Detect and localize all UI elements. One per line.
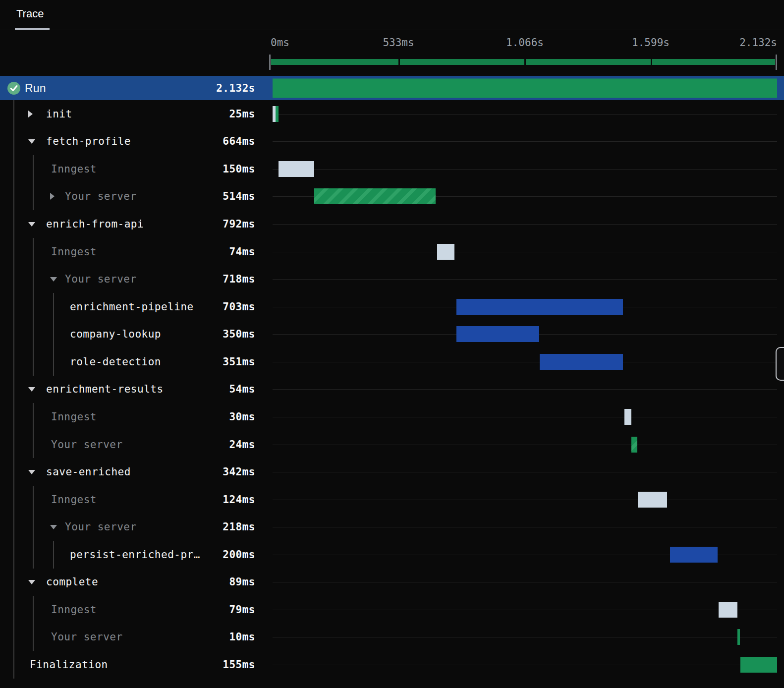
row-timeline-track — [269, 100, 777, 128]
trace-row-your-server[interactable]: Your server718ms — [0, 265, 784, 293]
row-left-panel: persist-enriched-pr…200ms — [0, 541, 269, 569]
row-duration: 124ms — [223, 494, 255, 506]
status-check-icon — [7, 81, 21, 95]
trace-row-your-server[interactable]: Your server218ms — [0, 513, 784, 541]
span-bar-light[interactable] — [279, 161, 314, 177]
row-timeline-track — [269, 569, 777, 596]
row-duration: 350ms — [223, 328, 255, 340]
row-duration: 24ms — [229, 439, 255, 451]
row-timeline-track — [269, 155, 777, 183]
row-duration: 218ms — [223, 521, 255, 533]
tab-bar: Trace — [0, 0, 784, 30]
trace-row-company-lookup[interactable]: company-lookup350ms — [0, 321, 784, 348]
timeline-minimap[interactable] — [271, 59, 775, 65]
trace-row-fetch-profile[interactable]: fetch-profile664ms — [0, 128, 784, 156]
span-bar-blue[interactable] — [456, 299, 623, 315]
tab-trace[interactable]: Trace — [16, 7, 44, 20]
trace-row-enrichment-pipeline[interactable]: enrichment-pipeline703ms — [0, 293, 784, 321]
span-bar-green[interactable] — [737, 629, 740, 645]
timeline-header: 0ms533ms1.066s1.599s2.132s — [0, 30, 784, 74]
row-timeline-track — [269, 76, 777, 100]
chevron-down-icon[interactable] — [28, 470, 35, 474]
row-duration: 703ms — [223, 301, 255, 313]
chevron-down-icon[interactable] — [28, 387, 35, 392]
row-left-panel: enrich-from-api792ms — [0, 210, 269, 238]
row-left-panel: role-detection351ms — [0, 348, 269, 376]
row-duration: 10ms — [229, 631, 255, 643]
trace-row-inngest[interactable]: Inngest30ms — [0, 403, 784, 431]
side-panel-peek-handle[interactable] — [776, 347, 784, 381]
trace-row-complete[interactable]: complete89ms — [0, 569, 784, 596]
trace-row-role-detection[interactable]: role-detection351ms — [0, 348, 784, 376]
trace-row-save-enriched[interactable]: save-enriched342ms — [0, 458, 784, 486]
tick-label: 1.066s — [506, 37, 544, 49]
row-label: Run — [25, 81, 46, 95]
row-left-panel: Inngest74ms — [0, 238, 269, 266]
row-left-panel: enrichment-pipeline703ms — [0, 293, 269, 321]
row-left-panel: init25ms — [0, 100, 269, 128]
chevron-right-icon[interactable] — [50, 193, 55, 200]
span-bar-green[interactable] — [740, 657, 777, 673]
chevron-down-icon[interactable] — [28, 222, 35, 227]
row-duration: 89ms — [229, 576, 255, 588]
row-left-panel: complete89ms — [0, 569, 269, 596]
trace-row-enrichment-results[interactable]: enrichment-results54ms — [0, 376, 784, 403]
row-duration: 351ms — [223, 356, 255, 368]
trace-row-inngest[interactable]: Inngest150ms — [0, 155, 784, 183]
row-timeline-track — [269, 293, 777, 321]
span-bar-light[interactable] — [638, 492, 667, 508]
indent-guide — [33, 155, 34, 210]
trace-row-inngest[interactable]: Inngest74ms — [0, 238, 784, 266]
row-timeline-track — [269, 596, 777, 624]
row-timeline-track — [269, 513, 777, 541]
row-left-panel: Run2.132s — [0, 76, 269, 100]
row-duration: 25ms — [229, 108, 255, 120]
trace-row-your-server[interactable]: Your server10ms — [0, 624, 784, 651]
row-duration: 74ms — [229, 246, 255, 258]
trace-row-your-server[interactable]: Your server514ms — [0, 183, 784, 211]
chevron-down-icon[interactable] — [28, 580, 35, 584]
span-bar-hatch[interactable] — [631, 437, 637, 453]
span-bar-green[interactable] — [276, 106, 279, 122]
span-bar-light[interactable] — [624, 409, 631, 425]
row-left-panel: fetch-profile664ms — [0, 128, 269, 156]
chevron-down-icon[interactable] — [50, 277, 57, 282]
trace-row-persist-enriched-pr-[interactable]: persist-enriched-pr…200ms — [0, 541, 784, 569]
trace-row-inngest[interactable]: Inngest124ms — [0, 486, 784, 514]
row-timeline-track — [269, 321, 777, 348]
row-left-panel: Your server218ms — [0, 513, 269, 541]
indent-guide — [53, 293, 54, 376]
row-label: role-detection — [70, 356, 161, 368]
row-label: enrichment-results — [46, 383, 164, 395]
row-left-panel: Your server514ms — [0, 183, 269, 211]
trace-row-inngest[interactable]: Inngest79ms — [0, 596, 784, 624]
row-label: enrich-from-api — [46, 218, 144, 230]
span-bar-light[interactable] — [719, 602, 737, 618]
span-bar-green[interactable] — [273, 78, 777, 98]
row-timeline-track — [269, 183, 777, 211]
chevron-down-icon[interactable] — [50, 525, 57, 529]
indent-guide — [33, 238, 34, 376]
trace-row-enrich-from-api[interactable]: enrich-from-api792ms — [0, 210, 784, 238]
chevron-right-icon[interactable] — [28, 111, 33, 117]
span-bar-hatch[interactable] — [314, 188, 436, 204]
row-label: Inngest — [51, 163, 97, 175]
trace-row-your-server[interactable]: Your server24ms — [0, 431, 784, 459]
row-label: Inngest — [51, 604, 97, 616]
trace-row-init[interactable]: init25ms — [0, 100, 784, 128]
span-bar-blue[interactable] — [456, 326, 539, 342]
row-timeline-track — [269, 486, 777, 514]
minimap-tick — [651, 59, 652, 65]
row-left-panel: Your server718ms — [0, 265, 269, 293]
trace-row-run[interactable]: Run2.132s — [0, 76, 784, 100]
row-label: Finalization — [30, 659, 108, 671]
span-bar-light[interactable] — [437, 244, 454, 260]
span-bar-blue[interactable] — [540, 354, 623, 370]
chevron-down-icon[interactable] — [28, 139, 35, 144]
row-timeline-track — [269, 348, 777, 376]
ruler-start-cap — [269, 55, 271, 70]
tick-label: 0ms — [271, 37, 289, 49]
trace-row-finalization[interactable]: Finalization155ms — [0, 651, 784, 679]
row-left-panel: Inngest150ms — [0, 155, 269, 183]
span-bar-blue[interactable] — [670, 547, 717, 563]
